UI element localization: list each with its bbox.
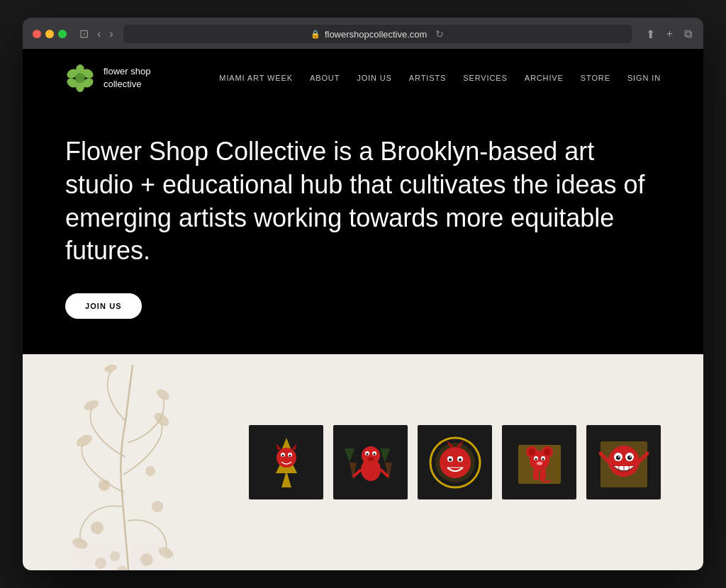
- url-text: flowershopcollective.com: [325, 29, 428, 40]
- tabs-button[interactable]: ⧉: [683, 26, 693, 42]
- nav-services[interactable]: SERVICES: [463, 74, 507, 82]
- lock-icon: 🔒: [311, 30, 320, 39]
- hero-headline: Flower Shop Collective is a Brooklyn-bas…: [65, 135, 647, 268]
- svg-point-37: [362, 446, 380, 465]
- artworks-row: [249, 425, 675, 499]
- svg-point-11: [155, 387, 171, 402]
- site-nav: MIAMI ART WEEK ABOUT JOIN US ARTISTS SER…: [219, 74, 661, 82]
- maximize-button[interactable]: [58, 30, 67, 38]
- artwork-frame-2: [333, 425, 408, 499]
- svg-point-27: [281, 454, 284, 456]
- svg-point-65: [535, 458, 537, 460]
- browser-actions: ⬆ + ⧉: [644, 26, 693, 43]
- nav-join-us[interactable]: JOIN US: [357, 74, 392, 82]
- logo-area[interactable]: flower shop collective: [65, 63, 150, 93]
- nav-store[interactable]: STORE: [581, 74, 610, 82]
- svg-point-41: [373, 453, 375, 455]
- svg-point-61: [528, 448, 535, 456]
- back-button[interactable]: ‹: [94, 27, 104, 41]
- svg-point-76: [627, 456, 632, 460]
- svg-point-24: [277, 448, 296, 468]
- nav-about[interactable]: ABOUT: [310, 74, 340, 82]
- svg-point-78: [630, 456, 631, 458]
- nav-archive[interactable]: ARCHIVE: [525, 74, 564, 82]
- svg-point-21: [117, 565, 127, 570]
- site-header: flower shop collective MIAMI ART WEEK AB…: [23, 49, 703, 107]
- svg-point-77: [618, 456, 620, 458]
- add-tab-button[interactable]: +: [665, 26, 674, 42]
- artwork-frame-4: [502, 425, 576, 499]
- traffic-lights: [33, 30, 67, 38]
- close-button[interactable]: [33, 30, 41, 38]
- minimize-button[interactable]: [45, 30, 54, 38]
- svg-point-40: [366, 453, 368, 455]
- website-content: flower shop collective MIAMI ART WEEK AB…: [23, 49, 703, 570]
- svg-point-42: [367, 457, 374, 461]
- plant-decoration-icon: [65, 354, 193, 570]
- nav-artists[interactable]: ARTISTS: [409, 74, 446, 82]
- svg-point-75: [616, 456, 620, 460]
- reload-button[interactable]: ↻: [435, 28, 444, 40]
- svg-point-14: [99, 480, 110, 491]
- logo-flower-icon: [65, 63, 95, 93]
- hero-section: Flower Shop Collective is a Brooklyn-bas…: [23, 107, 703, 354]
- svg-point-19: [140, 553, 153, 566]
- svg-rect-69: [540, 470, 546, 480]
- svg-point-7: [74, 432, 94, 449]
- browser-chrome: ⊡ ‹ › 🔒 flowershopcollective.com ↻ ⬆ + ⧉: [23, 18, 703, 49]
- artwork-frame-3: [418, 425, 492, 499]
- artwork-frame-1: [249, 425, 323, 499]
- svg-point-28: [289, 454, 291, 456]
- svg-rect-68: [533, 470, 539, 480]
- window-icon[interactable]: ⊡: [77, 27, 91, 41]
- svg-point-12: [104, 363, 118, 373]
- svg-point-62: [544, 448, 551, 456]
- logo-text: flower shop collective: [104, 65, 150, 91]
- svg-point-18: [110, 551, 120, 561]
- svg-point-66: [542, 458, 544, 460]
- svg-point-17: [152, 501, 163, 512]
- svg-point-48: [440, 447, 471, 478]
- svg-point-16: [91, 521, 104, 534]
- address-bar[interactable]: 🔒 flowershopcollective.com ↻: [123, 25, 632, 43]
- nav-miami-art-week[interactable]: MIAMI ART WEEK: [219, 74, 293, 82]
- svg-point-6: [75, 73, 85, 83]
- svg-point-52: [459, 458, 462, 461]
- svg-point-15: [145, 466, 155, 476]
- browser-window: ⊡ ‹ › 🔒 flowershopcollective.com ↻ ⬆ + ⧉: [23, 18, 703, 570]
- share-button[interactable]: ⬆: [644, 26, 657, 43]
- svg-point-67: [537, 461, 542, 465]
- svg-point-51: [449, 458, 452, 461]
- join-us-button[interactable]: JOIN US: [65, 293, 142, 319]
- forward-button[interactable]: ›: [106, 27, 116, 41]
- gallery-section: [23, 354, 703, 570]
- svg-point-8: [71, 536, 89, 551]
- browser-nav-buttons: ⊡ ‹ ›: [77, 27, 116, 41]
- artwork-frame-5: [586, 425, 661, 499]
- svg-point-20: [95, 558, 106, 569]
- nav-sign-in[interactable]: SIGN IN: [627, 74, 661, 82]
